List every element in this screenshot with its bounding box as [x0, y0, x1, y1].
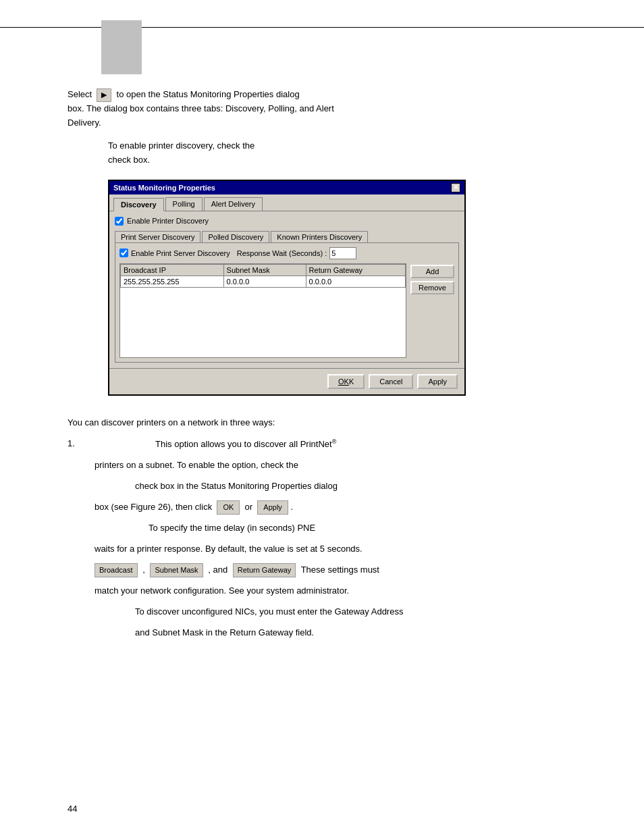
sub-tab-print-server[interactable]: Print Server Discovery — [115, 231, 200, 242]
chapter-marker — [101, 20, 142, 74]
subnet-badge: Subnet Mask — [150, 563, 203, 578]
item1-text2: printers on a subnet. To enable the opti… — [95, 460, 298, 470]
apply-button[interactable]: Apply — [417, 374, 458, 389]
bottom-intro: You can discover printers on a network i… — [68, 416, 603, 430]
settings-text2: match your network configuration. See yo… — [95, 585, 349, 596]
remove-button[interactable]: Remove — [410, 281, 454, 294]
dialog-tabs: Discovery Polling Alert Delivery — [109, 194, 464, 211]
intro-paragraph: Select ▶ to open the Status Monitoring P… — [68, 88, 603, 130]
intro-line2: box. The dialog box contains three tabs:… — [68, 103, 334, 113]
response-wait-label: Response Wait (Seconds) : — [237, 249, 327, 257]
table-buttons: Add Remove — [410, 263, 454, 358]
tab-polling[interactable]: Polling — [165, 197, 203, 211]
header-rule — [0, 27, 644, 28]
apply-inline-btn: Apply — [257, 500, 288, 515]
numbered-item-1: 1. This option allows you to discover al… — [68, 437, 603, 647]
col-broadcast-ip: Broadcast IP — [121, 264, 224, 276]
cell-broadcast-ip: 255.255.255.255 — [121, 276, 224, 287]
item-number: 1. — [68, 437, 81, 647]
item1-text1: This option allows you to discover all P… — [155, 439, 332, 449]
select-label: Select — [68, 89, 92, 99]
gateway-note2: and Subnet Mask in the Return Gateway fi… — [135, 627, 314, 637]
dialog-titlebar: Status Monitoring Properties ✕ — [109, 181, 464, 194]
dialog-wrapper: Status Monitoring Properties ✕ Discovery… — [108, 180, 603, 396]
cancel-button[interactable]: Cancel — [369, 374, 413, 389]
sub-tabs: Print Server Discovery Polled Discovery … — [115, 231, 459, 242]
enable-printer-discovery-label: Enable Printer Discovery — [127, 217, 209, 225]
tab-discovery[interactable]: Discovery — [113, 198, 164, 211]
page-container: Select ▶ to open the Status Monitoring P… — [0, 0, 644, 834]
enable-server-row: Enable Print Server Discovery Response W… — [119, 247, 454, 259]
add-button[interactable]: Add — [410, 265, 454, 278]
ok-label: OK — [338, 377, 349, 386]
arrow-icon: ▶ — [97, 88, 111, 102]
intro-rest: to open the Status Monitoring Properties… — [117, 89, 300, 99]
item1-text4: box (see Figure 26), then click — [95, 502, 212, 512]
main-content: Select ▶ to open the Status Monitoring P… — [68, 88, 603, 654]
ok-button[interactable]: OKK — [327, 374, 365, 389]
comma1: , — [142, 565, 145, 575]
item1-period: . — [290, 502, 293, 512]
item1-or: or — [245, 502, 253, 512]
ok-inline-btn: OK — [217, 500, 240, 515]
and-text: , and — [208, 565, 227, 575]
item1-delay2: waits for a printer response. By default… — [95, 544, 363, 554]
response-wait-input[interactable]: 5 — [329, 247, 356, 259]
enable-printer-discovery-checkbox[interactable] — [115, 217, 124, 226]
col-return-gateway: Return Gateway — [306, 264, 405, 276]
return-gateway-badge: Return Gateway — [233, 563, 296, 578]
page-number: 44 — [68, 804, 77, 814]
item-content: This option allows you to discover all P… — [95, 437, 603, 647]
table-data-area: Broadcast IP Subnet Mask Return Gateway — [119, 263, 406, 358]
enable-paragraph: To enable printer discovery, check the c… — [108, 139, 603, 167]
discovery-table: Broadcast IP Subnet Mask Return Gateway — [120, 264, 406, 288]
inner-panel: Enable Print Server Discovery Response W… — [115, 242, 459, 363]
table-row[interactable]: 255.255.255.255 0.0.0.0 0.0.0.0 — [121, 276, 406, 287]
enable-print-server-checkbox[interactable] — [119, 249, 128, 257]
dialog-footer: OKK Cancel Apply — [109, 368, 464, 394]
sub-tab-known-printers[interactable]: Known Printers Discovery — [271, 231, 368, 242]
tab-alert-delivery[interactable]: Alert Delivery — [204, 197, 263, 211]
enable-printer-discovery-row: Enable Printer Discovery — [115, 217, 459, 226]
dialog-box: Status Monitoring Properties ✕ Discovery… — [108, 180, 466, 396]
sub-tab-polled[interactable]: Polled Discovery — [202, 231, 269, 242]
intro-line3: Delivery. — [68, 118, 101, 128]
dialog-title: Status Monitoring Properties — [113, 184, 215, 192]
table-container: Broadcast IP Subnet Mask Return Gateway — [119, 263, 406, 358]
broadcast-badge: Broadcast — [95, 563, 138, 578]
gateway-note1: To discover unconfigured NICs, you must … — [135, 606, 403, 617]
bottom-content: You can discover printers on a network i… — [68, 416, 603, 647]
dialog-content: Enable Printer Discovery Print Server Di… — [109, 211, 464, 368]
registered-mark: ® — [332, 438, 337, 445]
cell-subnet-mask: 0.0.0.0 — [223, 276, 306, 287]
item1-text3: check box in the Status Monitoring Prope… — [135, 481, 338, 491]
settings-text: These settings must — [301, 565, 379, 575]
col-subnet-mask: Subnet Mask — [223, 264, 306, 276]
table-area: Broadcast IP Subnet Mask Return Gateway — [119, 263, 454, 358]
enable-server-label: Enable Print Server Discovery — [131, 249, 230, 257]
item1-delay: To specify the time delay (in seconds) P… — [149, 523, 315, 533]
cell-return-gateway: 0.0.0.0 — [306, 276, 405, 287]
close-icon[interactable]: ✕ — [451, 183, 460, 192]
